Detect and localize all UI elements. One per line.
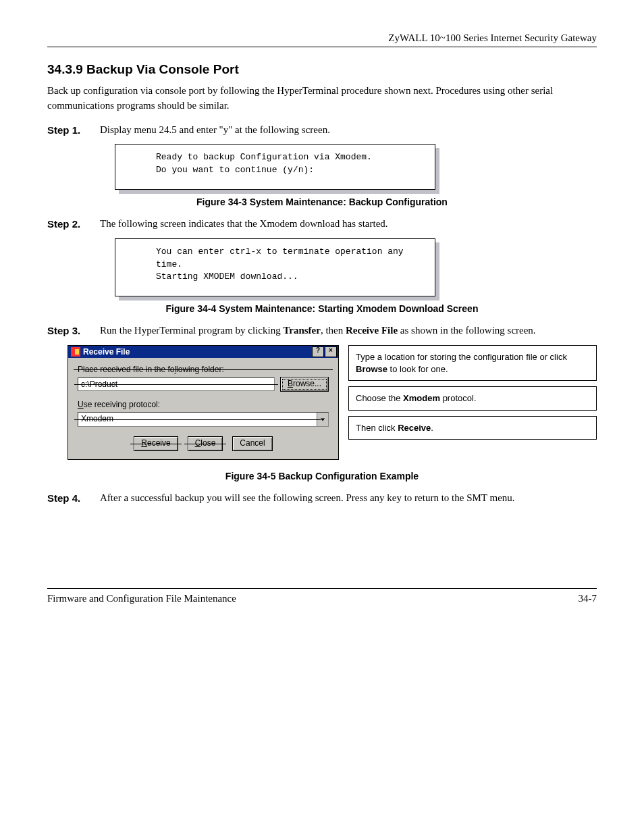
receive-file-dialog: Receive File ? × Place received file in … (68, 345, 339, 460)
step-3-label: Step 3. (47, 323, 100, 338)
header-rule (47, 47, 597, 47)
step-4-label: Step 4. (47, 491, 100, 506)
annotation-xmodem: Choose the Xmodem protocol. (348, 386, 597, 411)
folder-input[interactable]: c:\Product (78, 377, 275, 391)
page-footer: Firmware and Configuration File Maintena… (47, 588, 597, 604)
page-header: ZyWALL 10~100 Series Internet Security G… (47, 32, 597, 44)
step-2-row: Step 2. The following screen indicates t… (47, 217, 597, 232)
figure-34-3-caption: Figure 34-3 System Maintenance: Backup C… (47, 197, 597, 207)
step-3-row: Step 3. Run the HyperTerminal program by… (47, 323, 597, 338)
annotation-browse: Type a location for storing the configur… (348, 345, 597, 381)
section-title: Backup Via Console Port (86, 62, 239, 76)
protocol-value: Xmodem (78, 413, 317, 426)
dialog-title: Receive File (83, 347, 312, 357)
cancel-button[interactable]: Cancel (232, 436, 272, 451)
footer-rule (47, 588, 597, 589)
figure-34-5-caption: Figure 34-5 Backup Configuration Example (47, 471, 597, 481)
dialog-titlebar: Receive File ? × (68, 346, 338, 358)
footer-page-number: 34-7 (579, 593, 597, 604)
terminal-box-1: Ready to backup Configuration via Xmodem… (115, 144, 435, 190)
dialog-app-icon (71, 347, 80, 357)
section-heading: 34.3.9 Backup Via Console Port (47, 62, 597, 77)
step-4-row: Step 4. After a successful backup you wi… (47, 491, 597, 506)
terminal-box-2: You can enter ctrl-x to terminate operat… (115, 238, 435, 297)
step-1-row: Step 1. Display menu 24.5 and enter "y" … (47, 123, 597, 138)
step-3-text: Run the HyperTerminal program by clickin… (100, 323, 597, 338)
close-button[interactable]: Close (188, 436, 223, 451)
figure-34-4-caption: Figure 34-4 System Maintenance: Starting… (47, 303, 597, 314)
intro-paragraph: Back up configuration via console port b… (47, 84, 597, 113)
browse-button[interactable]: Browse... (280, 377, 329, 392)
figure-34-5-layout: Receive File ? × Place received file in … (68, 345, 597, 460)
step-2-text: The following screen indicates that the … (100, 217, 597, 232)
section-number: 34.3.9 (47, 62, 83, 76)
receive-button[interactable]: Receive (134, 436, 178, 451)
step-4-text: After a successful backup you will see t… (100, 491, 597, 506)
help-icon[interactable]: ? (312, 346, 324, 357)
close-icon[interactable]: × (325, 346, 337, 357)
protocol-dropdown[interactable]: Xmodem (78, 412, 329, 427)
terminal-2-content: You can enter ctrl-x to terminate operat… (115, 238, 435, 297)
annotation-receive: Then click Receive. (348, 416, 597, 440)
svg-marker-0 (321, 418, 325, 421)
terminal-1-content: Ready to backup Configuration via Xmodem… (115, 144, 435, 190)
footer-left: Firmware and Configuration File Maintena… (47, 593, 236, 604)
protocol-label: Use receiving protocol: (78, 400, 329, 409)
folder-label: Place received file in the following fol… (78, 365, 329, 374)
step-2-label: Step 2. (47, 217, 100, 232)
step-1-text: Display menu 24.5 and enter "y" at the f… (100, 123, 597, 138)
step-1-label: Step 1. (47, 123, 100, 138)
